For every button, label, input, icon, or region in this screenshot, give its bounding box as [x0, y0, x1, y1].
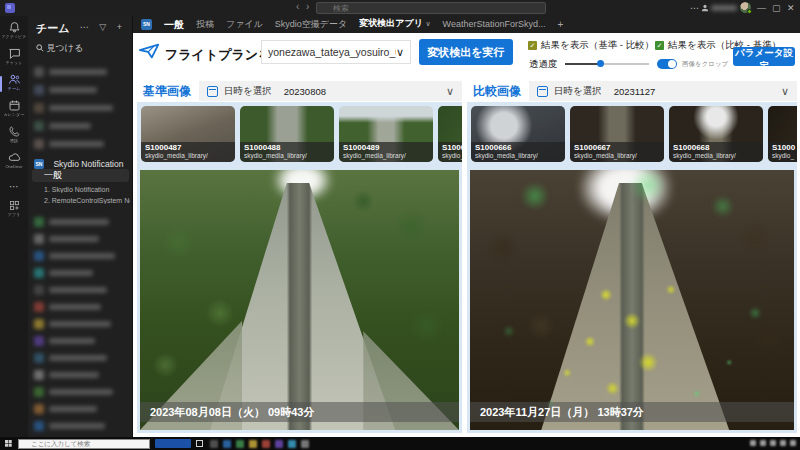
team-row-blurred[interactable] — [34, 62, 107, 74]
find-channel-button[interactable]: 見つける — [36, 42, 83, 55]
rail-item-calls[interactable]: 通話 — [0, 124, 28, 150]
flight-plan-value: yonezawa_tateya_yosuiro_0808 — [268, 46, 396, 58]
tab-posts[interactable]: 投稿 — [196, 16, 214, 34]
base-photo[interactable]: 2023年08月08日（火） 09時43分 — [140, 170, 459, 430]
thumbnail-partial[interactable]: S1000skydio_ — [768, 106, 797, 162]
taskbar-app-icon[interactable] — [210, 440, 218, 448]
taskbar-app-icon[interactable] — [223, 440, 231, 448]
channel-name: 一般 — [164, 18, 184, 32]
compare-photo[interactable]: 2023年11月27日（月） 13時37分 — [470, 170, 794, 430]
teams-sidebar-header-icons[interactable]: ⋯ ▽ + — [80, 22, 126, 32]
base-thumbnail-strip: S1000487skydio_media_library/ S1000488sk… — [137, 102, 462, 166]
tab-files[interactable]: ファイル — [226, 16, 263, 34]
thumbnail-S1000488[interactable]: S1000488skydio_media_library/ — [240, 106, 334, 162]
channel-item-remotecontrol[interactable]: 2. RemoteControlSystem Notification — [44, 197, 130, 204]
compare-date-value: 20231127 — [614, 86, 775, 97]
thumbnail-partial[interactable]: S1000skydio_ — [438, 106, 462, 162]
opacity-slider[interactable] — [565, 63, 649, 65]
teams-icon — [8, 73, 21, 86]
team-row-blurred[interactable] — [34, 246, 115, 258]
crop-toggle[interactable] — [657, 59, 677, 69]
maximize-button[interactable]: ▢ — [772, 3, 781, 13]
team-row-blurred[interactable] — [34, 212, 109, 224]
taskbar-app-icon[interactable] — [301, 440, 309, 448]
team-row-blurred[interactable] — [34, 382, 113, 394]
rail-item-calendar[interactable]: カレンダー — [0, 98, 28, 124]
add-tab-button[interactable]: + — [557, 19, 563, 30]
team-row-blurred[interactable] — [34, 314, 111, 326]
thumbnail-S1000666[interactable]: S1000666skydio_media_library/ — [471, 106, 565, 162]
team-row-blurred[interactable] — [34, 297, 101, 309]
team-row-blurred[interactable] — [34, 280, 107, 292]
rail-item-activity[interactable]: アクティビティ — [0, 20, 28, 46]
opacity-slider-thumb[interactable] — [597, 60, 604, 67]
checkbox-base-minus-comp[interactable]: ✓ — [528, 41, 537, 50]
team-row-blurred[interactable] — [34, 399, 97, 411]
team-row-blurred[interactable] — [34, 331, 95, 343]
person-icon — [701, 4, 709, 12]
task-view-icon[interactable] — [196, 440, 203, 447]
system-tray[interactable] — [750, 440, 796, 446]
teams-sidebar-title: チーム — [36, 21, 70, 36]
base-date-select[interactable]: 日時を選択 20230808 ∨ — [199, 81, 462, 101]
channel-tabbar: SN 一般 投稿 ファイル Skydio空撮データ 変状検出アプリ ∨ Weat… — [133, 16, 800, 33]
thumbnail-S1000487[interactable]: S1000487skydio_media_library/ — [141, 106, 235, 162]
rail-item-chat[interactable]: チャット — [0, 46, 28, 72]
tab-skydio-data[interactable]: Skydio空撮データ — [275, 16, 347, 34]
foliage-texture — [140, 170, 459, 430]
calendar-icon — [8, 99, 21, 112]
team-row-blurred[interactable] — [34, 229, 99, 241]
detection-overlay-yellow — [470, 170, 794, 430]
show-result-base-minus-comp[interactable]: ✓ 結果を表示（基準 - 比較） — [528, 39, 654, 51]
thumbnail-S1000667[interactable]: S1000667skydio_media_library/ — [570, 106, 664, 162]
team-row-blurred[interactable] — [34, 98, 113, 110]
taskbar-search-input[interactable] — [18, 439, 150, 449]
ellipsis-icon: ⋯ — [9, 181, 19, 192]
base-image-panel: 基準画像 日時を選択 20230808 ∨ S1000487skydio_med… — [137, 80, 462, 433]
forward-icon[interactable]: › — [306, 1, 309, 12]
tab-change-detection-app[interactable]: 変状検出アプリ ∨ — [359, 15, 430, 35]
team-row-blurred[interactable] — [34, 134, 104, 146]
team-row-blurred[interactable] — [34, 365, 99, 377]
close-button[interactable]: ✕ — [787, 3, 795, 13]
taskbar-app-icon[interactable] — [275, 440, 283, 448]
start-button-icon[interactable] — [5, 440, 12, 447]
channel-item-skydio-notification[interactable]: 1. Skydio Notification — [44, 186, 130, 193]
team-row-skydio-notification[interactable]: SN Skydio Notification — [34, 154, 123, 166]
phone-icon — [8, 125, 21, 138]
taskbar-teams-button-blurred[interactable] — [155, 439, 191, 448]
rail-item-onedrive[interactable]: OneDrive — [0, 150, 28, 176]
team-row-blurred[interactable] — [34, 80, 97, 92]
rail-item-apps[interactable]: アプリ — [0, 198, 28, 224]
titlebar-more-icon[interactable]: ⋯ — [690, 3, 699, 13]
base-timestamp: 2023年08月08日（火） 09時43分 — [140, 402, 459, 422]
minimize-button[interactable]: — — [757, 3, 766, 13]
taskbar-app-icon[interactable] — [249, 440, 257, 448]
compare-image-panel: 比較画像 日時を選択 20231127 ∨ S1000666skydio_med… — [467, 80, 797, 433]
team-row-blurred[interactable] — [34, 416, 105, 428]
thumbnail-S1000489[interactable]: S1000489skydio_media_library/ — [339, 106, 433, 162]
chevron-down-icon: ∨ — [396, 46, 404, 59]
team-row-blurred[interactable] — [34, 263, 93, 275]
taskbar-app-icon[interactable] — [288, 440, 296, 448]
taskbar-app-icon[interactable] — [262, 440, 270, 448]
global-search-input[interactable] — [316, 2, 546, 14]
opacity-slider-fill — [565, 63, 599, 65]
flight-plan-select[interactable]: yonezawa_tateya_yosuiro_0808 ∨ — [261, 40, 411, 64]
channel-item-general[interactable]: 一般 — [32, 169, 129, 182]
parameter-settings-button[interactable]: パラメータ設定 — [733, 47, 795, 66]
presence-dot — [747, 9, 752, 14]
back-icon[interactable]: ‹ — [296, 1, 299, 12]
checkbox-comp-minus-base[interactable]: ✓ — [655, 41, 664, 50]
taskbar-app-icon[interactable] — [236, 440, 244, 448]
opacity-label: 透過度 — [529, 58, 558, 71]
thumbnail-S1000668[interactable]: S1000668skydio_media_library/ — [669, 106, 763, 162]
compare-date-select[interactable]: 日時を選択 20231127 ∨ — [529, 81, 797, 101]
run-detection-button[interactable]: 変状検出を実行 — [419, 39, 513, 65]
team-row-blurred[interactable] — [34, 348, 107, 360]
avatar[interactable] — [740, 2, 751, 13]
team-row-blurred[interactable] — [34, 116, 91, 128]
rail-item-teams[interactable]: チーム — [0, 72, 28, 98]
tab-weatherstation[interactable]: WeatherStationForSkyd... — [443, 17, 546, 32]
compare-panel-title: 比較画像 — [467, 83, 529, 100]
